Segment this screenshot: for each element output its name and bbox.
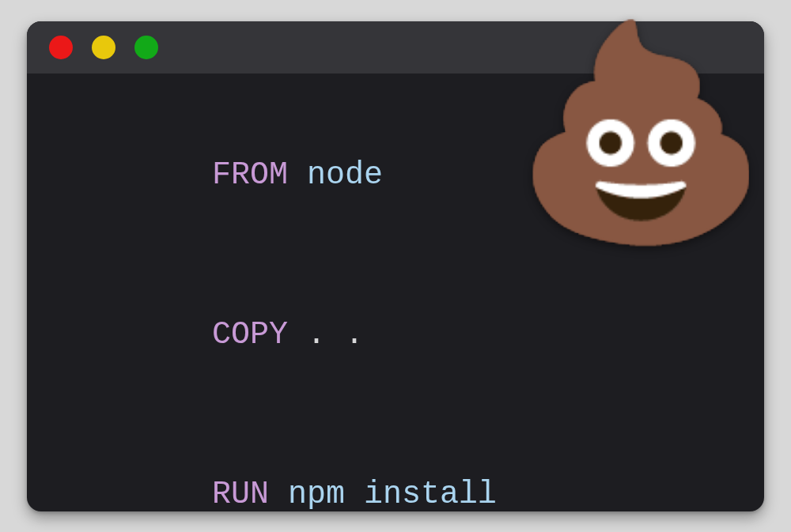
- code-line-3: RUN npm install: [98, 440, 717, 533]
- code-line-2: COPY . .: [98, 281, 717, 390]
- dockerfile-keyword: COPY: [212, 317, 288, 353]
- window-titlebar: [27, 21, 764, 74]
- dockerfile-keyword: RUN: [212, 477, 269, 512]
- close-icon[interactable]: [49, 36, 73, 59]
- maximize-icon[interactable]: [134, 36, 158, 59]
- dockerfile-arg: . .: [307, 317, 364, 353]
- dockerfile-arg: npm install: [288, 477, 497, 512]
- dockerfile-keyword: FROM: [212, 157, 288, 193]
- code-editor: FROM node COPY . . RUN npm install CMD […: [27, 74, 764, 533]
- code-line-1: FROM node: [98, 121, 717, 230]
- terminal-window: FROM node COPY . . RUN npm install CMD […: [27, 21, 764, 511]
- dockerfile-arg: node: [307, 157, 383, 193]
- minimize-icon[interactable]: [92, 36, 115, 59]
